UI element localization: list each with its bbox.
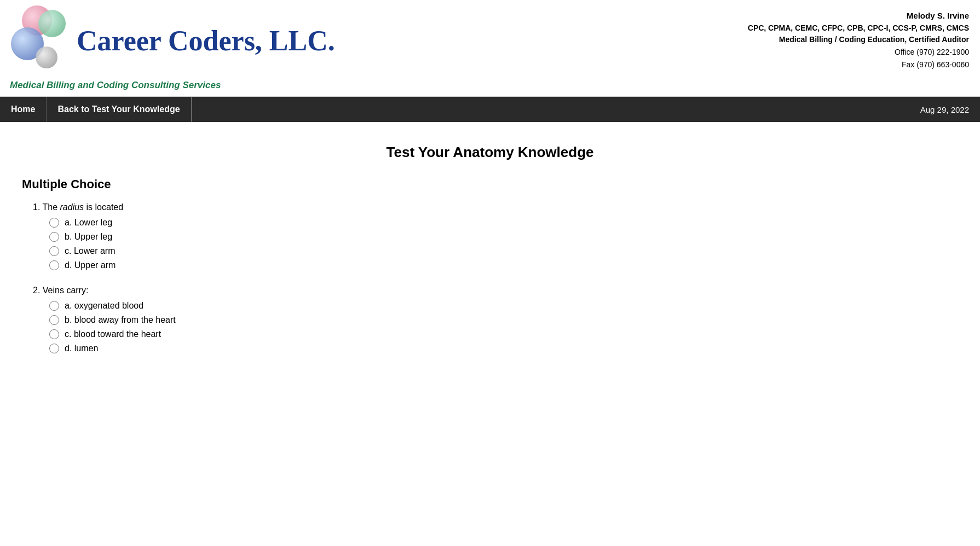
question-1-option-1-label: b. Upper leg xyxy=(65,232,112,242)
questions-container: 1. The radius is locateda. Lower legb. U… xyxy=(22,202,958,353)
nav-date: Aug 29, 2022 xyxy=(920,105,980,114)
question-2: 2. Veins carry:a. oxygenated bloodb. blo… xyxy=(33,286,958,353)
fax-line: Fax (970) 663-0060 xyxy=(748,59,969,71)
question-1-radio-2[interactable] xyxy=(49,246,59,256)
contact-name: Melody S. Irvine xyxy=(748,10,969,22)
logo-spheres xyxy=(5,5,77,77)
question-1-option-1: b. Upper leg xyxy=(49,232,958,242)
question-2-radio-0[interactable] xyxy=(49,301,59,311)
credentials: CPC, CPMA, CEMC, CFPC, CPB, CPC-I, CCS-P… xyxy=(748,22,969,34)
logo-text-area: Career Coders, LLC. xyxy=(77,27,335,55)
question-2-text: 2. Veins carry: xyxy=(33,286,958,295)
page-title: Test Your Anatomy Knowledge xyxy=(22,144,958,161)
main-content: Test Your Anatomy Knowledge Multiple Cho… xyxy=(0,122,980,391)
nav-back-link[interactable]: Back to Test Your Knowledge xyxy=(47,97,192,122)
navbar: Home Back to Test Your Knowledge Aug 29,… xyxy=(0,97,980,122)
sphere-green xyxy=(38,10,66,37)
logo-section: Career Coders, LLC. Medical Billing and … xyxy=(5,5,335,91)
question-1-option-3: d. Upper arm xyxy=(49,260,958,270)
question-1-option-2-label: c. Lower arm xyxy=(65,246,115,256)
question-2-options: a. oxygenated bloodb. blood away from th… xyxy=(49,301,958,353)
office-line: Office (970) 222-1900 xyxy=(748,47,969,58)
title-line: Medical Billing / Coding Education, Cert… xyxy=(748,34,969,45)
contact-section: Melody S. Irvine CPC, CPMA, CEMC, CFPC, … xyxy=(748,5,969,71)
question-1-radio-0[interactable] xyxy=(49,218,59,228)
question-2-radio-1[interactable] xyxy=(49,315,59,325)
question-2-option-0: a. oxygenated blood xyxy=(49,301,958,311)
question-2-option-1: b. blood away from the heart xyxy=(49,315,958,325)
question-1-option-3-label: d. Upper arm xyxy=(65,260,116,270)
question-1-option-2: c. Lower arm xyxy=(49,246,958,256)
question-1-radio-3[interactable] xyxy=(49,260,59,270)
nav-home-link[interactable]: Home xyxy=(0,97,47,122)
question-2-option-1-label: b. blood away from the heart xyxy=(65,315,176,325)
header: Career Coders, LLC. Medical Billing and … xyxy=(0,0,980,97)
sphere-gray xyxy=(36,47,57,68)
question-2-option-3: d. lumen xyxy=(49,344,958,353)
question-2-option-2: c. blood toward the heart xyxy=(49,329,958,339)
question-2-radio-3[interactable] xyxy=(49,344,59,353)
question-2-radio-2[interactable] xyxy=(49,329,59,339)
question-1: 1. The radius is locateda. Lower legb. U… xyxy=(33,202,958,270)
nav-left: Home Back to Test Your Knowledge xyxy=(0,97,192,122)
question-2-option-0-label: a. oxygenated blood xyxy=(65,301,143,311)
question-1-radio-1[interactable] xyxy=(49,232,59,242)
logo-graphic xyxy=(5,5,77,77)
company-name: Career Coders, LLC. xyxy=(77,27,335,55)
question-2-option-3-label: d. lumen xyxy=(65,344,98,353)
question-1-option-0-label: a. Lower leg xyxy=(65,218,112,228)
question-2-option-2-label: c. blood toward the heart xyxy=(65,329,161,339)
tagline: Medical Billing and Coding Consulting Se… xyxy=(10,80,221,91)
question-1-options: a. Lower legb. Upper legc. Lower armd. U… xyxy=(49,218,958,270)
section-title: Multiple Choice xyxy=(22,177,958,191)
question-1-text: 1. The radius is located xyxy=(33,202,958,212)
question-1-option-0: a. Lower leg xyxy=(49,218,958,228)
logo-area: Career Coders, LLC. xyxy=(5,5,335,77)
